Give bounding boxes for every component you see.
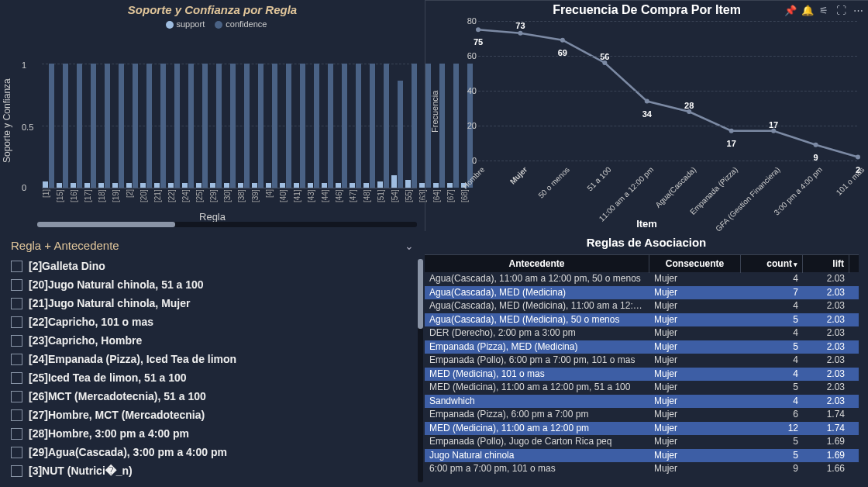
bar-group[interactable] <box>56 64 69 188</box>
bar-confidence[interactable] <box>412 64 417 188</box>
bar-support[interactable] <box>322 183 327 188</box>
bar-group[interactable] <box>84 64 97 188</box>
bar-confidence[interactable] <box>300 64 305 188</box>
list-item[interactable]: [29]Agua(Cascada), 3:00 pm a 4:00 pm <box>11 443 414 461</box>
bar-group[interactable] <box>293 64 306 188</box>
list-item[interactable]: [3]NUT (Nutrici�_n) <box>11 461 414 480</box>
list-vscroll-thumb[interactable] <box>418 259 423 329</box>
bar-group[interactable] <box>391 64 404 188</box>
list-item[interactable]: [28]Hombre, 3:00 pm a 4:00 pm <box>11 424 414 443</box>
bar-confidence[interactable] <box>49 64 54 188</box>
bar-support[interactable] <box>294 183 299 188</box>
bar-group[interactable] <box>181 64 195 188</box>
bar-support[interactable] <box>43 181 48 188</box>
bar-support[interactable] <box>84 183 90 188</box>
bar-support[interactable] <box>280 183 285 188</box>
table-row[interactable]: Jugo Natural chinolaMujer51.69 <box>425 449 859 463</box>
table-row[interactable]: Empanada (Pizza), MED (Medicina)Mujer52.… <box>425 340 859 354</box>
bar-support[interactable] <box>391 175 397 188</box>
list-item[interactable]: [2]Galleta Dino <box>11 257 414 275</box>
bar-support[interactable] <box>266 183 271 188</box>
table-row[interactable]: 6:00 pm a 7:00 pm, 101 o masMujer91.66 <box>425 462 859 476</box>
table-row[interactable]: MED (Medicina), 11:00 am a 12:00 pm, 51 … <box>425 381 859 395</box>
bar-plot-area[interactable] <box>42 64 417 188</box>
bar-support[interactable] <box>238 183 243 188</box>
table-row[interactable]: SandwhichMujer42.03 <box>425 395 859 409</box>
bar-group[interactable] <box>112 64 125 188</box>
list-item[interactable]: [22]Capricho, 101 o mas <box>11 313 414 331</box>
checkbox[interactable] <box>11 335 22 347</box>
bar-support[interactable] <box>308 183 313 188</box>
table-row[interactable]: Empanada (Pollo), 6:00 pm a 7:00 pm, 101… <box>425 354 859 368</box>
checkbox[interactable] <box>11 316 22 328</box>
list-item[interactable]: [26]MCT (Mercadotecnia), 51 a 100 <box>11 387 414 406</box>
more-icon[interactable]: ⋯ <box>852 5 863 16</box>
bar-support[interactable] <box>363 183 369 188</box>
checkbox[interactable] <box>11 298 22 309</box>
bar-support[interactable] <box>98 183 104 188</box>
checkbox[interactable] <box>11 279 22 291</box>
bar-group[interactable] <box>98 64 111 188</box>
list-item[interactable]: [25]Iced Tea de limon, 51 a 100 <box>11 368 414 387</box>
bar-group[interactable] <box>237 64 250 188</box>
table-row[interactable]: Empanada (Pizza), 6:00 pm a 7:00 pmMujer… <box>425 408 859 422</box>
assoc-table[interactable]: Antecedente Consecuente count▾ lift Agua… <box>425 254 859 487</box>
table-row[interactable]: Agua(Cascada), 11:00 am a 12:00 pm, 50 o… <box>425 272 859 286</box>
bar-confidence[interactable] <box>160 64 166 188</box>
bar-support[interactable] <box>377 181 383 188</box>
bar-group[interactable] <box>42 64 55 188</box>
table-row[interactable]: Agua(Cascada), MED (Medicina)Mujer72.03 <box>425 286 859 300</box>
bar-confidence[interactable] <box>356 64 361 188</box>
checkbox[interactable] <box>11 428 22 440</box>
bar-confidence[interactable] <box>328 64 333 188</box>
table-row[interactable]: Agua(Cascada), MED (Medicina), 50 o meno… <box>425 313 859 327</box>
checkbox[interactable] <box>11 465 22 477</box>
bar-confidence[interactable] <box>272 64 277 188</box>
bar-group[interactable] <box>195 64 208 188</box>
bar-hscrollbar[interactable] <box>37 222 417 227</box>
bar-support[interactable] <box>224 183 229 188</box>
bar-confidence[interactable] <box>133 64 138 188</box>
col-lift[interactable]: lift <box>803 255 849 273</box>
list-item[interactable]: [24]Empanada (Pizza), Iced Tea de limon <box>11 350 414 368</box>
bar-confidence[interactable] <box>77 64 82 188</box>
list-item[interactable]: [23]Capricho, Hombre <box>11 331 414 350</box>
table-row[interactable]: MED (Medicina), 101 o masMujer42.03 <box>425 368 859 382</box>
bar-group[interactable] <box>251 64 264 188</box>
bar-confidence[interactable] <box>370 64 375 188</box>
bar-confidence[interactable] <box>342 64 347 188</box>
table-row[interactable]: MED (Medicina), 11:00 am a 12:00 pmMujer… <box>425 422 859 436</box>
filter-icon[interactable]: ⚟ <box>818 5 829 16</box>
bar-group[interactable] <box>349 64 362 188</box>
bar-support[interactable] <box>252 183 257 188</box>
list-item[interactable]: [20]Jugo Natural chinola, 51 a 100 <box>11 275 414 294</box>
bar-group[interactable] <box>167 64 181 188</box>
bar-confidence[interactable] <box>202 64 208 188</box>
focus-icon[interactable]: ⛶ <box>835 5 846 16</box>
bar-group[interactable] <box>265 64 278 188</box>
bar-confidence[interactable] <box>188 64 194 188</box>
table-row[interactable]: Agua(Cascada), MED (Medicina), 11:00 am … <box>425 299 859 313</box>
checkbox[interactable] <box>11 354 22 365</box>
bar-group[interactable] <box>307 64 320 188</box>
bar-support[interactable] <box>419 183 425 188</box>
bar-group[interactable] <box>126 64 139 188</box>
bar-group[interactable] <box>153 64 167 188</box>
list-vscrollbar[interactable] <box>418 259 423 482</box>
bar-support[interactable] <box>405 180 411 188</box>
checkbox[interactable] <box>11 409 22 421</box>
bar-support[interactable] <box>112 183 118 188</box>
bar-confidence[interactable] <box>230 64 236 188</box>
bar-support[interactable] <box>71 183 76 188</box>
col-antecedente[interactable]: Antecedente <box>425 255 649 273</box>
pin-icon[interactable]: 📌 <box>784 5 795 16</box>
bar-hscroll-thumb[interactable] <box>37 222 175 227</box>
table-row[interactable]: DER (Derecho), 2:00 pm a 3:00 pmMujer42.… <box>425 326 859 340</box>
bar-confidence[interactable] <box>63 64 68 188</box>
col-count[interactable]: count▾ <box>741 255 803 273</box>
bar-confidence[interactable] <box>314 64 319 188</box>
bar-group[interactable] <box>209 64 222 188</box>
bar-confidence[interactable] <box>91 64 96 188</box>
bar-confidence[interactable] <box>105 64 110 188</box>
bar-group[interactable] <box>321 64 334 188</box>
